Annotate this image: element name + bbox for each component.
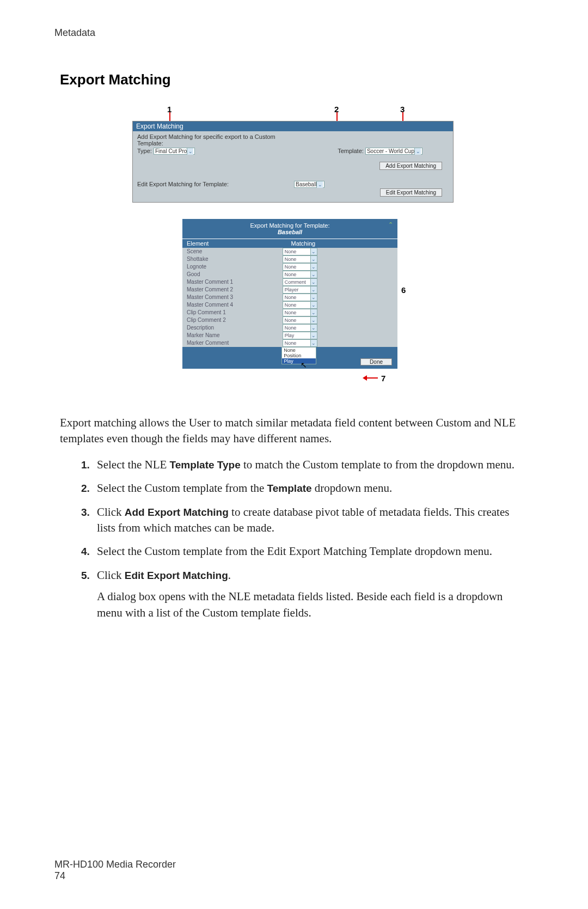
footer-product: MR-HD100 Media Recorder: [54, 859, 176, 870]
element-label: Clip Comment 2: [182, 316, 281, 324]
element-label: Master Comment 3: [182, 294, 281, 301]
chevron-down-icon: ⌄: [310, 286, 317, 293]
export-matching-form: Export Matching Add Export Matching for …: [132, 121, 454, 203]
matching-select[interactable]: None⌄: [283, 271, 317, 278]
chevron-down-icon: ⌄: [414, 148, 421, 155]
page-footer: MR-HD100 Media Recorder 74: [54, 859, 176, 882]
panel-title-bar: Export Matching: [133, 121, 453, 131]
page-running-header: Metadata: [54, 27, 534, 39]
matching-select[interactable]: Player⌄: [283, 286, 317, 294]
column-element: Element: [182, 239, 290, 248]
element-label: Marker Comment: [182, 339, 281, 347]
chevron-down-icon: ⌄: [310, 279, 317, 285]
table-row: Marker CommentNone⌄: [182, 339, 397, 347]
matching-select[interactable]: None⌄: [283, 324, 317, 332]
chevron-down-icon: ⌄: [310, 256, 317, 263]
element-label: Lognote: [182, 263, 281, 271]
chevron-down-icon: ⌄: [310, 340, 317, 346]
element-label: Master Comment 1: [182, 278, 281, 286]
type-label: Type:: [137, 148, 152, 154]
footer-page-number: 74: [54, 870, 176, 882]
edit-export-label: Edit Export Matching for Template:: [137, 181, 229, 187]
figure-export-matching: 1 2 3 4 5 6 7 Export Matching Add Export…: [128, 105, 460, 393]
table-row: LognoteNone⌄: [182, 263, 397, 271]
table-row: Clip Comment 1None⌄: [182, 309, 397, 316]
element-label: Marker Name: [182, 332, 281, 339]
chevron-down-icon: ⌄: [310, 317, 317, 324]
chevron-down-icon: ⌄: [310, 309, 317, 316]
table-row: SceneNone⌄: [182, 248, 397, 255]
matching-select[interactable]: None⌄: [283, 255, 317, 263]
table-row: DescriptionNone⌄: [182, 324, 397, 332]
matching-select[interactable]: None⌄: [283, 263, 317, 271]
matching-select[interactable]: None⌄: [283, 294, 317, 301]
matching-options-popup[interactable]: NonePositionPlay: [281, 347, 316, 364]
table-row: Clip Comment 2None⌄: [182, 316, 397, 324]
type-select[interactable]: Final Cut Pro⌄: [154, 148, 195, 155]
chevron-down-icon: ⌄: [310, 271, 317, 278]
matching-select[interactable]: Play⌄: [283, 332, 317, 339]
export-matching-dialog: Export Matching for Template: Baseball ⌃…: [182, 219, 397, 369]
chevron-down-icon: ⌄: [310, 302, 317, 308]
table-row: Marker NamePlay⌄: [182, 332, 397, 339]
matching-select[interactable]: None⌄: [283, 309, 317, 316]
dialog-table-header: Element Matching: [182, 239, 397, 248]
table-row: GoodNone⌄: [182, 271, 397, 278]
table-row: Master Comment 2Player⌄: [182, 286, 397, 294]
instruction-step: Select the Custom template from the Temp…: [93, 480, 528, 496]
element-label: Master Comment 2: [182, 286, 281, 294]
instruction-text: Export matching allows the User to match…: [60, 415, 528, 621]
element-label: Scene: [182, 248, 281, 255]
matching-select[interactable]: Comment⌄: [283, 278, 317, 286]
chevron-down-icon: ⌄: [310, 325, 317, 331]
collapse-icon[interactable]: ⌃: [388, 221, 393, 228]
instruction-step: Select the NLE Template Type to match th…: [93, 457, 528, 473]
instruction-step: Click Add Export Matching to create data…: [93, 504, 528, 536]
element-label: Shottake: [182, 255, 281, 263]
matching-select[interactable]: None⌄: [283, 316, 317, 324]
template-label: Template:: [338, 148, 364, 154]
chevron-down-icon: ⌄: [310, 248, 317, 255]
done-button[interactable]: Done: [360, 358, 392, 365]
chevron-down-icon: ⌄: [310, 264, 317, 270]
intro-paragraph: Export matching allows the User to match…: [60, 415, 528, 447]
element-label: Clip Comment 1: [182, 309, 281, 316]
chevron-down-icon: ⌄: [316, 181, 323, 188]
element-label: Master Comment 4: [182, 301, 281, 309]
dialog-title: Export Matching for Template: Baseball ⌃: [182, 219, 397, 239]
instruction-step: Select the Custom template from the Edit…: [93, 544, 528, 559]
element-label: Description: [182, 324, 281, 332]
callout-7: 7: [381, 374, 385, 383]
instruction-step: Click Edit Export Matching.A dialog box …: [93, 568, 528, 621]
matching-select[interactable]: None⌄: [283, 248, 317, 255]
option-item[interactable]: Position: [282, 353, 316, 358]
table-row: Master Comment 1Comment⌄: [182, 278, 397, 286]
add-export-matching-button[interactable]: Add Export Matching: [379, 162, 442, 170]
template-select[interactable]: Soccer - World Cup⌄: [365, 148, 422, 155]
edit-export-matching-button[interactable]: Edit Export Matching: [380, 188, 442, 197]
option-item[interactable]: None: [282, 347, 316, 353]
table-row: Master Comment 4None⌄: [182, 301, 397, 309]
chevron-down-icon: ⌄: [187, 148, 193, 155]
cursor-icon: ↖: [301, 361, 307, 369]
matching-select[interactable]: None⌄: [283, 339, 317, 347]
element-label: Good: [182, 271, 281, 278]
matching-select[interactable]: None⌄: [283, 301, 317, 309]
column-matching: Matching: [290, 239, 398, 248]
section-title: Export Matching: [60, 71, 534, 88]
arrow-7: [366, 377, 378, 379]
table-row: Master Comment 3None⌄: [182, 294, 397, 301]
chevron-down-icon: ⌄: [310, 332, 317, 339]
edit-template-select[interactable]: Baseball⌄: [294, 181, 324, 188]
table-row: ShottakeNone⌄: [182, 255, 397, 263]
callout-6: 6: [401, 285, 406, 295]
option-item[interactable]: Play: [282, 358, 316, 364]
chevron-down-icon: ⌄: [310, 294, 317, 301]
add-instruction-text: Add Export Matching for specific export …: [137, 133, 301, 147]
